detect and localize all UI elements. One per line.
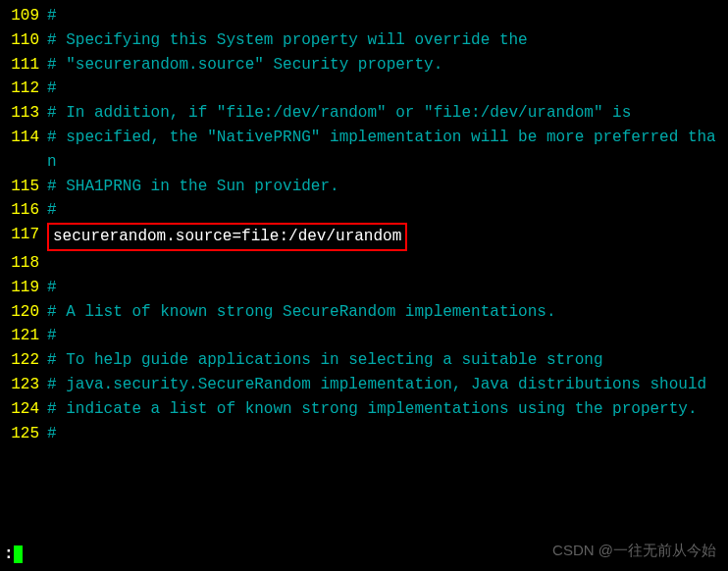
line-content: # xyxy=(47,324,728,348)
line-content: # xyxy=(47,198,728,223)
line-content: # specified, the "NativePRNG" implementa… xyxy=(47,126,728,175)
line-content: # A list of known strong SecureRandom im… xyxy=(47,300,728,325)
line-number: 110 xyxy=(0,28,47,53)
line-content: # "securerandom.source" Security propert… xyxy=(47,53,728,78)
line-number: 120 xyxy=(0,300,47,325)
code-line[interactable]: 123 # java.security.SecureRandom impleme… xyxy=(0,373,728,397)
code-line[interactable]: 118 xyxy=(0,251,728,276)
line-content: # indicate a list of known strong implem… xyxy=(47,397,728,422)
line-content: # xyxy=(47,276,728,300)
line-number: 119 xyxy=(0,276,47,300)
line-number: 123 xyxy=(0,373,47,397)
line-content: # SHA1PRNG in the Sun provider. xyxy=(47,175,728,199)
code-line[interactable]: 109 # xyxy=(0,4,728,28)
status-bar[interactable]: : xyxy=(4,543,23,567)
line-content: # java.security.SecureRandom implementat… xyxy=(47,373,728,397)
code-line[interactable]: 124 # indicate a list of known strong im… xyxy=(0,397,728,422)
line-number: 116 xyxy=(0,198,47,223)
line-number: 111 xyxy=(0,53,47,78)
code-line[interactable]: 113 # In addition, if "file:/dev/random"… xyxy=(0,101,728,126)
line-number: 114 xyxy=(0,126,47,150)
line-number: 121 xyxy=(0,324,47,348)
line-content: # xyxy=(47,422,728,446)
line-number: 109 xyxy=(0,4,47,28)
line-number: 117 xyxy=(0,223,47,247)
watermark: CSDN @一往无前从今始 xyxy=(552,539,716,561)
code-line[interactable]: 121 # xyxy=(0,324,728,348)
code-line[interactable]: 119 # xyxy=(0,276,728,300)
line-content: # xyxy=(47,4,728,28)
code-line[interactable]: 114 # specified, the "NativePRNG" implem… xyxy=(0,126,728,175)
line-number: 118 xyxy=(0,251,47,276)
code-line[interactable]: 125 # xyxy=(0,422,728,446)
code-line[interactable]: 122 # To help guide applications in sele… xyxy=(0,348,728,373)
line-number: 124 xyxy=(0,397,47,422)
code-line[interactable]: 116 # xyxy=(0,198,728,223)
line-content: # Specifying this System property will o… xyxy=(47,28,728,53)
code-line[interactable]: 111 # "securerandom.source" Security pro… xyxy=(0,53,728,78)
code-line[interactable]: 115 # SHA1PRNG in the Sun provider. xyxy=(0,175,728,199)
line-content: # To help guide applications in selectin… xyxy=(47,348,728,373)
line-content: # xyxy=(47,77,728,101)
line-content: # In addition, if "file:/dev/random" or … xyxy=(47,101,728,126)
highlight-box: securerandom.source=file:/dev/urandom xyxy=(47,223,407,251)
code-line[interactable]: 110 # Specifying this System property wi… xyxy=(0,28,728,53)
code-line-highlighted[interactable]: 117 securerandom.source=file:/dev/urando… xyxy=(0,223,728,251)
line-content: securerandom.source=file:/dev/urandom xyxy=(47,223,728,251)
code-line[interactable]: 112 # xyxy=(0,77,728,101)
line-number: 115 xyxy=(0,175,47,199)
line-number: 125 xyxy=(0,422,47,446)
line-number: 122 xyxy=(0,348,47,373)
code-editor[interactable]: 109 # 110 # Specifying this System prope… xyxy=(0,4,728,445)
line-number: 113 xyxy=(0,101,47,126)
command-prompt: : xyxy=(4,545,14,563)
cursor xyxy=(14,545,23,563)
code-line[interactable]: 120 # A list of known strong SecureRando… xyxy=(0,300,728,325)
line-number: 112 xyxy=(0,77,47,101)
